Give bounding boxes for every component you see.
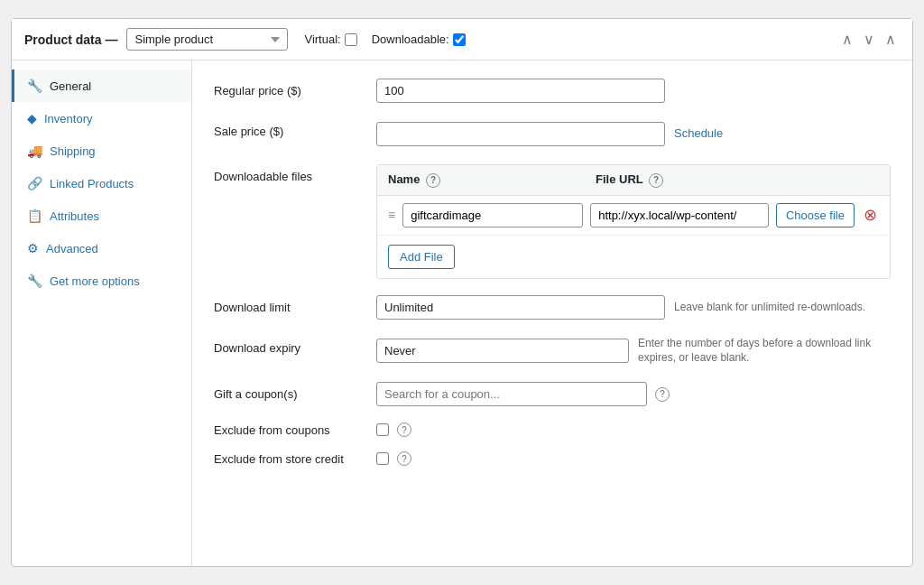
- get-more-options-icon: 🔧: [27, 274, 42, 288]
- exclude-store-credit-help-icon[interactable]: ?: [397, 451, 411, 466]
- sidebar-label-general: General: [50, 79, 91, 93]
- exclude-store-credit-field: ?: [376, 451, 411, 466]
- sale-price-label: Sale price ($): [214, 119, 376, 138]
- virtual-checkbox[interactable]: [345, 33, 357, 46]
- panel-header: Product data — Simple product Variable p…: [12, 19, 912, 60]
- files-table: Name ? File URL ? ≡ Cho: [376, 164, 891, 279]
- download-limit-input[interactable]: [376, 295, 665, 320]
- exclude-coupons-label: Exclude from coupons: [214, 423, 376, 437]
- gift-coupon-field: ?: [376, 382, 891, 406]
- regular-price-field: [376, 79, 891, 103]
- sidebar: 🔧 General ◆ Inventory 🚚 Shipping 🔗 Linke…: [12, 60, 192, 566]
- remove-file-button[interactable]: ⊗: [862, 207, 879, 223]
- exclude-coupons-checkbox[interactable]: [376, 423, 389, 436]
- downloadable-files-row: Downloadable files Name ? File URL ?: [214, 164, 891, 279]
- sidebar-item-shipping[interactable]: 🚚 Shipping: [12, 135, 191, 167]
- downloadable-files-field: Name ? File URL ? ≡ Cho: [376, 164, 891, 279]
- download-limit-row: Download limit Leave blank for unlimited…: [214, 295, 891, 320]
- regular-price-input[interactable]: [376, 79, 665, 103]
- collapse-toggle-button[interactable]: ∧: [882, 31, 900, 49]
- gift-coupon-label: Gift a coupon(s): [214, 382, 376, 401]
- download-limit-label: Download limit: [214, 295, 376, 314]
- sidebar-label-attributes: Attributes: [50, 209, 99, 223]
- inventory-icon: ◆: [27, 111, 37, 125]
- files-col-url-header: File URL ?: [596, 172, 879, 188]
- file-url-input[interactable]: [590, 203, 769, 228]
- collapse-down-button[interactable]: ∨: [860, 31, 878, 49]
- exclude-store-credit-label: Exclude from store credit: [214, 452, 376, 466]
- drag-handle-icon[interactable]: ≡: [388, 208, 395, 222]
- sidebar-label-inventory: Inventory: [44, 112, 92, 125]
- exclude-coupons-help-icon[interactable]: ?: [397, 422, 411, 437]
- download-limit-help: Leave blank for unlimited re-downloads.: [674, 300, 865, 315]
- sidebar-item-general[interactable]: 🔧 General: [12, 70, 191, 102]
- panel-body: 🔧 General ◆ Inventory 🚚 Shipping 🔗 Linke…: [12, 60, 912, 566]
- exclude-coupons-row: Exclude from coupons ?: [214, 422, 891, 437]
- sidebar-label-shipping: Shipping: [50, 144, 96, 158]
- sale-price-input[interactable]: [376, 122, 665, 146]
- sale-price-field: Schedule: [376, 119, 891, 148]
- sale-price-row: Sale price ($) Schedule: [214, 119, 891, 148]
- sidebar-item-get-more-options[interactable]: 🔧 Get more options: [12, 265, 191, 297]
- choose-file-button[interactable]: Choose file: [776, 203, 855, 228]
- file-name-input[interactable]: [402, 203, 583, 228]
- files-table-header: Name ? File URL ?: [377, 165, 890, 196]
- regular-price-row: Regular price ($): [214, 79, 891, 103]
- virtual-downloadable-section: Virtual: Downloadable:: [304, 32, 465, 46]
- sidebar-item-attributes[interactable]: 📋 Attributes: [12, 200, 191, 232]
- sidebar-label-get-more-options: Get more options: [50, 274, 140, 288]
- attributes-icon: 📋: [27, 209, 42, 223]
- exclude-store-credit-row: Exclude from store credit ?: [214, 451, 891, 466]
- downloadable-files-label: Downloadable files: [214, 164, 376, 183]
- download-expiry-input[interactable]: [376, 339, 629, 363]
- sidebar-label-advanced: Advanced: [46, 242, 98, 255]
- download-expiry-field: Enter the number of days before a downlo…: [376, 336, 891, 367]
- exclude-coupons-field: ?: [376, 422, 411, 437]
- panel-header-actions: ∧ ∨ ∧: [838, 31, 900, 49]
- panel-title: Product data —: [24, 32, 117, 47]
- schedule-link[interactable]: Schedule: [674, 119, 723, 148]
- virtual-label[interactable]: Virtual:: [304, 32, 356, 46]
- add-file-row: Add File: [377, 236, 890, 278]
- downloadable-checkbox[interactable]: [453, 33, 466, 46]
- general-icon: 🔧: [27, 79, 42, 93]
- product-type-select[interactable]: Simple product Variable product Grouped …: [126, 28, 288, 51]
- name-help-icon[interactable]: ?: [426, 173, 440, 188]
- downloadable-label[interactable]: Downloadable:: [372, 32, 466, 46]
- sidebar-label-linked-products: Linked Products: [50, 177, 134, 190]
- coupon-help-icon[interactable]: ?: [655, 387, 670, 402]
- regular-price-label: Regular price ($): [214, 79, 376, 98]
- file-row: ≡ Choose file ⊗: [377, 196, 890, 236]
- url-help-icon[interactable]: ?: [649, 173, 663, 188]
- gift-coupon-row: Gift a coupon(s) ?: [214, 382, 891, 406]
- add-file-button[interactable]: Add File: [388, 245, 455, 269]
- sidebar-item-inventory[interactable]: ◆ Inventory: [12, 102, 191, 135]
- download-expiry-row: Download expiry Enter the number of days…: [214, 336, 891, 367]
- product-data-panel: Product data — Simple product Variable p…: [11, 18, 913, 567]
- collapse-up-button[interactable]: ∧: [838, 31, 856, 49]
- exclude-store-credit-checkbox[interactable]: [376, 452, 389, 465]
- shipping-icon: 🚚: [27, 144, 42, 158]
- main-content: Regular price ($) Sale price ($) Schedul…: [192, 60, 912, 566]
- download-expiry-help: Enter the number of days before a downlo…: [638, 336, 891, 367]
- files-col-name-header: Name ?: [388, 172, 587, 188]
- sidebar-item-advanced[interactable]: ⚙ Advanced: [12, 232, 191, 265]
- linked-products-icon: 🔗: [27, 176, 42, 190]
- advanced-icon: ⚙: [27, 241, 39, 255]
- download-limit-field: Leave blank for unlimited re-downloads.: [376, 295, 891, 320]
- coupon-search-input[interactable]: [376, 382, 647, 406]
- sidebar-item-linked-products[interactable]: 🔗 Linked Products: [12, 167, 191, 200]
- download-expiry-label: Download expiry: [214, 336, 376, 355]
